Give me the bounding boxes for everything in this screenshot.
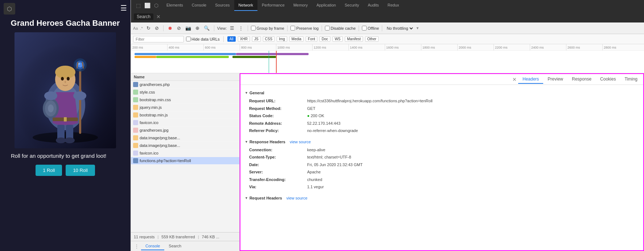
filter-manifest-button[interactable]: Manifest [345,36,363,42]
detail-tab-bar: ✕ Headers Preview Response Cookies Timin… [240,74,643,85]
filter-button[interactable]: ⊕ [194,25,201,32]
tab-audits[interactable]: Audits [363,0,383,11]
hide-data-urls-label[interactable]: Hide data URLs [186,37,220,41]
detail-tab-response[interactable]: Response [567,75,596,84]
filter-ws-button[interactable]: WS [333,36,343,42]
offline-checkbox[interactable] [362,26,367,30]
tab-redux[interactable]: Redux [383,0,404,11]
camera-button[interactable]: 📷 [184,25,193,32]
status-sep-1: | [157,235,158,239]
group-by-frame-checkbox[interactable] [251,26,256,30]
tab-sources[interactable]: Sources [211,0,234,11]
file-item-data-2[interactable]: data:image/png;base... [131,142,239,149]
bottom-tab-console[interactable]: Console [141,242,164,250]
preserve-log-label[interactable]: Preserve log [290,26,319,30]
detail-body: ▼ General Request URL: https://cst336hut… [240,85,643,250]
view-label: View: [217,26,227,30]
file-item-bootstrap-js[interactable]: bootstrap.min.js [131,111,239,119]
search-button[interactable]: 🔍 [202,25,211,32]
svg-point-6 [55,66,75,79]
toolbar-separator-6 [359,25,359,31]
devtools-mobile-icon[interactable]: ⬜ [143,2,152,9]
tab-console[interactable]: Console [187,0,211,11]
timeline-bar-orange [135,56,156,58]
filter-xhr-button[interactable]: XHR [238,36,250,42]
js-icon [133,105,138,110]
hide-data-urls-checkbox[interactable] [186,37,191,41]
svg-point-12 [48,104,54,112]
filter-img-button[interactable]: Img [277,36,287,42]
status-dot: ● [307,114,310,118]
record-button[interactable]: ⏺ [166,25,174,32]
tab-application[interactable]: Application [312,0,340,11]
disable-cache-checkbox[interactable] [325,26,330,30]
throttle-select[interactable]: No throttling [385,26,414,31]
file-item-favicon-2[interactable]: favicon.ico [131,149,239,157]
tagline: Roll for an opportunity to get grand loo… [4,153,114,159]
refresh-button[interactable]: ↻ [145,25,152,32]
filter-media-button[interactable]: Media [289,36,304,42]
disable-cache-label[interactable]: Disable cache [325,26,356,30]
remote-address-row: Remote Address: 52.22.170.144:443 [245,120,639,127]
tick-1800: 1800 ms [421,44,457,51]
group-by-frame-label[interactable]: Group by frame [251,26,284,30]
file-item-grandheroes-jpg[interactable]: grandheroes.jpg [131,127,239,134]
file-item-data-1[interactable]: data:image/png;base... [131,134,239,142]
triangle-icon-request: ▼ [245,196,248,200]
response-headers-view-source[interactable]: view source [290,140,311,144]
filter-font-button[interactable]: Font [306,36,317,42]
throttle-dropdown-icon[interactable]: ▼ [416,26,419,30]
regex-icon: .* [140,26,143,30]
tab-security[interactable]: Security [340,0,363,11]
referrer-policy-val: no-referrer-when-downgrade [307,128,358,134]
tab-network[interactable]: Network [234,0,257,11]
menu-button[interactable]: ☰ [120,4,127,12]
roll-1-button[interactable]: 1 Roll [36,165,62,176]
file-item-style-css[interactable]: style.css [131,89,239,96]
request-method-val: GET [307,106,315,112]
file-item-grandheroes-php[interactable]: grandheroes.php [131,81,239,89]
devtools-panel: ⬚ ⬜ ⬡ Elements Console Sources Network P… [131,0,644,251]
view-list-button[interactable]: ☰ [228,25,236,32]
detail-tab-preview[interactable]: Preview [543,75,567,84]
via-row: Via: 1.1 vegur [245,183,639,191]
detail-tab-headers[interactable]: Headers [518,75,543,84]
filter-input[interactable] [133,36,184,42]
file-item-favicon-1[interactable]: favicon.ico [131,119,239,127]
clear-button[interactable]: ⊘ [153,25,160,32]
file-item-bootstrap-css[interactable]: bootstrap.min.css [131,96,239,104]
devtools-shapes-icon[interactable]: ⬡ [153,2,160,9]
bottom-tab-search[interactable]: Search [164,242,186,250]
hero-image [15,32,116,148]
svg-point-20 [56,137,66,143]
file-item-functions-php[interactable]: functions.php?action=tenRoll [131,157,239,165]
file-item-jquery[interactable]: jquery.min.js [131,104,239,111]
stop-button[interactable]: ⊘ [176,25,182,32]
search-close-icon[interactable]: ✕ [156,14,161,20]
tab-elements[interactable]: Elements [162,0,187,11]
filter-all-button[interactable]: All [227,36,236,42]
tab-memory[interactable]: Memory [289,0,312,11]
view-waterfall-button[interactable]: ⋮ [237,25,245,32]
remote-address-key: Remote Address: [249,120,307,127]
detail-close-button[interactable]: ✕ [512,77,517,82]
filter-doc-button[interactable]: Doc [319,36,330,42]
filter-css-button[interactable]: CSS [263,36,275,42]
filter-js-button[interactable]: JS [252,36,261,42]
devtools-icons: ⬚ ⬜ ⬡ [132,0,162,11]
status-code-row: Status Code: ● 200 OK [245,112,639,120]
devtools-cursor-icon[interactable]: ⬚ [135,2,142,9]
roll-10-button[interactable]: 10 Roll [66,165,95,176]
connection-val: keep-alive [307,147,325,153]
request-headers-view-source[interactable]: view source [286,196,307,200]
preserve-log-checkbox[interactable] [290,26,295,30]
offline-label[interactable]: Offline [362,26,379,30]
search-tab-label[interactable]: Search [134,13,153,20]
tick-2200: 2200 ms [494,44,530,51]
filter-other-button[interactable]: Other [365,36,379,42]
tab-performance[interactable]: Performance [257,0,289,11]
detail-tab-timing[interactable]: Timing [620,75,642,84]
detail-tab-cookies[interactable]: Cookies [596,75,620,84]
svg-point-21 [65,137,75,143]
request-count: 11 requests [134,235,154,239]
